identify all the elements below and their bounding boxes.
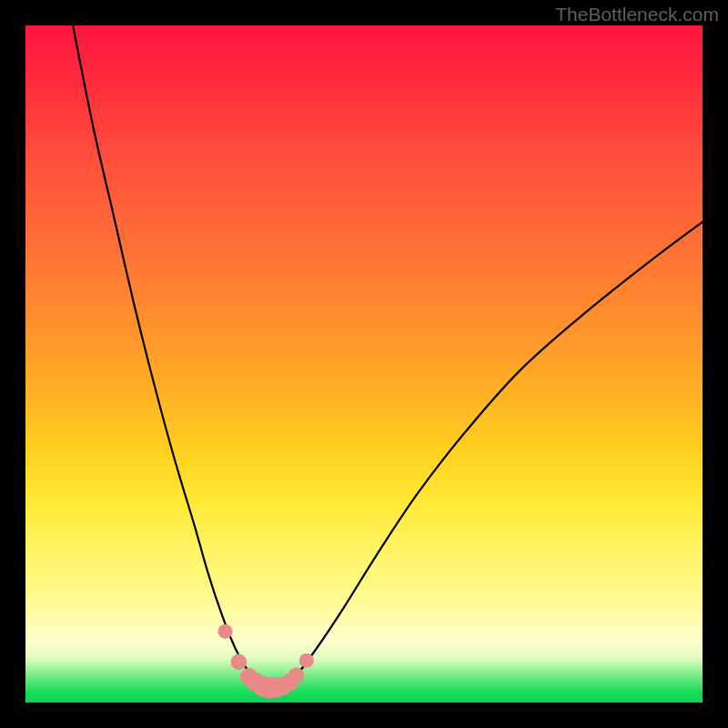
- valley-marker: [288, 667, 305, 683]
- watermark-text: TheBottleneck.com: [555, 4, 719, 25]
- valley-marker: [231, 654, 248, 671]
- curve-layer: [25, 25, 703, 703]
- valley-marker: [218, 624, 233, 639]
- plot-area: [25, 25, 703, 703]
- bottleneck-curve: [73, 25, 703, 689]
- chart-frame: TheBottleneck.com: [0, 0, 728, 728]
- valley-marker: [299, 653, 314, 668]
- valley-markers: [218, 624, 314, 699]
